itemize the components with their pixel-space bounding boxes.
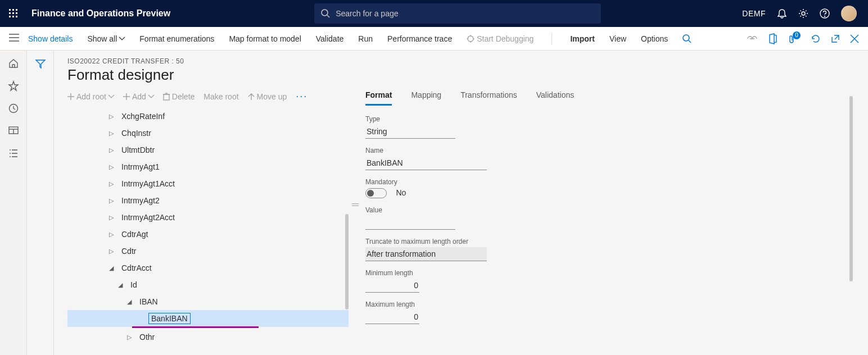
splitter-handle[interactable]: || — [352, 203, 360, 207]
workspace-icon[interactable] — [8, 126, 19, 136]
min-length-field[interactable] — [365, 279, 419, 293]
caret-down-icon[interactable]: ◢ — [116, 281, 125, 289]
office-icon[interactable] — [768, 34, 777, 44]
performance-trace-button[interactable]: Performance trace — [387, 34, 452, 43]
caret-down-icon[interactable]: ◢ — [125, 298, 134, 306]
caret-right-icon[interactable]: ▷ — [107, 180, 116, 188]
tree-node[interactable]: ◢IBAN — [67, 293, 349, 310]
caret-down-icon[interactable]: ◢ — [107, 265, 116, 272]
svg-line-10 — [327, 15, 329, 17]
caret-right-icon[interactable]: ▷ — [107, 248, 116, 255]
help-icon[interactable] — [820, 8, 830, 19]
more-button[interactable]: ··· — [296, 90, 308, 102]
filter-icon[interactable] — [35, 60, 46, 69]
global-header: Finance and Operations Preview Search fo… — [0, 0, 868, 27]
svg-point-9 — [322, 10, 328, 16]
format-enumerations-button[interactable]: Format enumerations — [139, 34, 214, 43]
show-all-button[interactable]: Show all — [87, 34, 125, 43]
svg-rect-1 — [12, 9, 14, 11]
map-format-button[interactable]: Map format to model — [229, 34, 301, 43]
tree-scrollbar[interactable] — [345, 214, 349, 310]
caret-right-icon[interactable]: ▷ — [107, 214, 116, 221]
tree-node[interactable]: ▷IntrmyAgt2Acct — [67, 209, 349, 226]
bell-icon[interactable] — [777, 8, 787, 19]
tree-node-selected[interactable]: BankIBAN — [67, 310, 349, 327]
mandatory-value: No — [396, 188, 406, 197]
value-label: Value — [365, 206, 855, 214]
name-field[interactable] — [365, 156, 487, 170]
view-button[interactable]: View — [609, 34, 626, 43]
tree-node[interactable]: ◢Id — [67, 276, 349, 293]
popout-icon[interactable] — [831, 34, 840, 43]
svg-rect-8 — [16, 16, 17, 17]
move-up-button[interactable]: Move up — [248, 92, 287, 101]
tab-format[interactable]: Format — [365, 90, 392, 106]
truncate-dropdown[interactable] — [365, 247, 487, 261]
tree-node[interactable]: ◢CdtrAcct — [67, 260, 349, 276]
svg-point-11 — [802, 12, 805, 15]
link-icon[interactable] — [747, 35, 758, 42]
tree-node[interactable]: ▷IntrmyAgt1 — [67, 158, 349, 175]
props-scrollbar[interactable] — [849, 96, 853, 281]
hamburger-icon[interactable] — [9, 34, 19, 44]
gear-icon[interactable] — [798, 8, 808, 19]
type-field[interactable] — [365, 125, 455, 139]
entity-label[interactable]: DEMF — [742, 9, 766, 18]
tree-node[interactable]: ▷CdtrAgt — [67, 226, 349, 243]
tree-node[interactable]: ▷Cdtr — [67, 243, 349, 260]
svg-rect-2 — [16, 9, 17, 11]
close-icon[interactable] — [850, 34, 859, 43]
tree-node[interactable]: ▷XchgRateInf — [67, 108, 349, 125]
max-length-field[interactable] — [365, 310, 419, 324]
format-tree: ▷XchgRateInf ▷ChqInstr ▷UltmtDbtr ▷Intrm… — [67, 108, 349, 345]
caret-right-icon[interactable]: ▷ — [107, 163, 116, 171]
tree-node[interactable]: ▷ChqInstr — [67, 125, 349, 142]
chevron-down-icon — [119, 37, 125, 40]
star-icon[interactable] — [8, 81, 19, 91]
caret-right-icon[interactable]: ▷ — [107, 113, 116, 120]
value-field[interactable] — [365, 216, 455, 230]
caret-right-icon[interactable]: ▷ — [107, 130, 116, 137]
import-button[interactable]: Import — [570, 34, 595, 43]
caret-right-icon[interactable]: ▷ — [107, 197, 116, 204]
attachments-button[interactable]: 0 — [787, 34, 801, 44]
tree-node[interactable]: ▷UltmtDbtr — [67, 142, 349, 158]
svg-line-23 — [689, 40, 691, 43]
recent-icon[interactable] — [8, 103, 19, 113]
svg-point-13 — [824, 16, 825, 17]
delete-button[interactable]: Delete — [163, 92, 195, 101]
search-input[interactable]: Search for a page — [314, 3, 601, 24]
tree-node[interactable]: ▷IntrmyAgt1Acct — [67, 175, 349, 192]
name-label: Name — [365, 147, 855, 154]
options-button[interactable]: Options — [641, 34, 668, 43]
waffle-icon[interactable] — [0, 0, 27, 27]
tree-node[interactable]: ▷IntrmyAgt2 — [67, 192, 349, 209]
validate-button[interactable]: Validate — [316, 34, 344, 43]
caret-right-icon[interactable]: ▷ — [107, 231, 116, 238]
add-button[interactable]: Add — [123, 92, 154, 101]
tab-mapping[interactable]: Mapping — [411, 90, 441, 106]
mandatory-toggle[interactable] — [365, 188, 387, 198]
show-details-link[interactable]: Show details — [28, 34, 73, 43]
tab-validations[interactable]: Validations — [536, 90, 574, 106]
min-length-label: Minimum length — [365, 269, 855, 277]
chevron-down-icon — [108, 95, 114, 98]
caret-right-icon[interactable]: ▷ — [125, 334, 134, 341]
tree-node[interactable]: ▷Othr — [67, 329, 349, 345]
home-icon[interactable] — [8, 58, 19, 69]
avatar[interactable] — [841, 6, 857, 21]
run-button[interactable]: Run — [358, 34, 373, 43]
svg-rect-40 — [164, 94, 169, 100]
tab-transformations[interactable]: Transformations — [460, 90, 517, 106]
breadcrumb: ISO20022 CREDIT TRANSFER : 50 — [67, 57, 855, 65]
search-action-icon[interactable] — [682, 34, 691, 43]
search-placeholder: Search for a page — [336, 9, 398, 18]
make-root-button[interactable]: Make root — [204, 92, 238, 101]
refresh-icon[interactable] — [811, 34, 821, 44]
caret-right-icon[interactable]: ▷ — [107, 147, 116, 154]
start-debugging-button[interactable]: Start Debugging — [467, 34, 534, 43]
search-icon — [321, 9, 330, 18]
add-root-button[interactable]: Add root — [67, 92, 114, 101]
content-area: ISO20022 CREDIT TRANSFER : 50 Format des… — [27, 51, 868, 355]
modules-icon[interactable] — [8, 148, 19, 158]
